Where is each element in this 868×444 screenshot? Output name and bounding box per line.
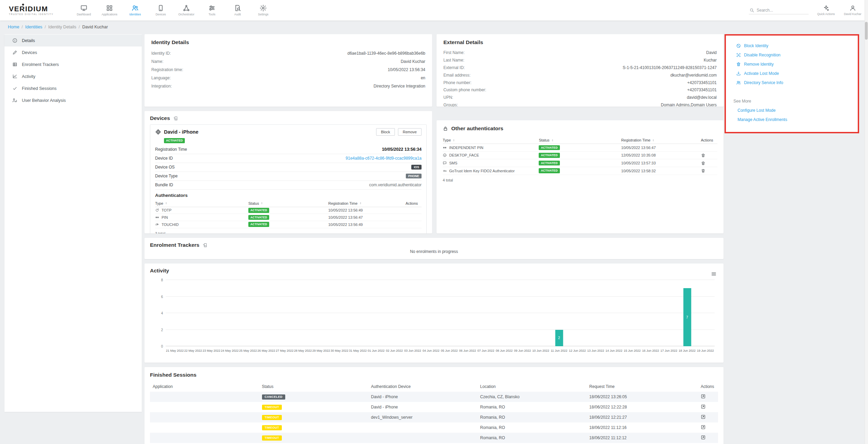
authenticator-status-badge: ACTIVATED (248, 222, 269, 227)
device-fields: Registration Time10/05/2022 13:56:34Devi… (155, 145, 422, 190)
scrollbar-thumb[interactable] (865, 22, 868, 40)
action-block-identity[interactable]: Block Identity (733, 41, 858, 50)
breadcrumb-separator: / (79, 25, 80, 29)
external-detail-row: Phone number:+420733451101 (443, 79, 717, 86)
session-details-button[interactable] (701, 425, 706, 430)
remove-device-button[interactable]: Remove (398, 128, 422, 136)
sidebar-item-finished-sessions[interactable]: Finished Sessions (4, 82, 142, 94)
action-label: Disable Recognition (744, 53, 781, 57)
device-authenticator-row: TOTPACTIVATED10/05/2022 13:56:49 (155, 207, 422, 214)
expand-devices-icon[interactable] (173, 116, 178, 121)
identity-detail-row: Registration time:10/05/2022 13:56:34 (151, 66, 425, 74)
veridium-device-icon (155, 129, 161, 135)
breadcrumb-separator: / (22, 25, 23, 29)
x-tick-label: 07 Jun 2022 (477, 349, 495, 352)
nav-item-applications[interactable]: Applications (97, 0, 122, 21)
device-field-label: Registration Time (155, 147, 187, 152)
sidebar-item-details[interactable]: Details (4, 35, 142, 46)
session-details-button[interactable] (701, 404, 706, 409)
identity-details-title: Identity Details (151, 39, 425, 45)
sidebar-item-enrolment-trackers[interactable]: Enrolment Trackers (4, 58, 142, 70)
action-remove-identity[interactable]: Remove Identity (733, 59, 858, 69)
x-tick-label: 11 Jun 2022 (550, 349, 568, 352)
external-detail-value: Kuchar (704, 58, 717, 63)
chart-bar-18-jun-2022[interactable]: 7 (683, 288, 691, 346)
sidebar-item-user-behavior-analysis[interactable]: User Behavior Analysis (4, 94, 142, 106)
sidebar-item-label: Activity (22, 74, 36, 79)
identity-actions-panel: Block IdentityDisable RecognitionRemove … (725, 34, 859, 133)
block-device-button[interactable]: Block (376, 128, 395, 136)
nav-item-dashboard[interactable]: Dashboard (71, 0, 97, 21)
nav-item-settings[interactable]: Settings (250, 0, 276, 21)
scrollbar-track (865, 0, 868, 444)
chart-bar-slot (440, 280, 458, 346)
session-details-button[interactable] (701, 394, 706, 399)
nav-item-orchestrator[interactable]: Orchestrator (174, 0, 199, 21)
sidebar-item-activity[interactable]: Activity (4, 70, 142, 82)
expand-enrolment-icon[interactable] (203, 243, 207, 247)
user-menu[interactable]: David Kuchar (843, 5, 862, 16)
delete-authenticator-button[interactable] (701, 153, 717, 158)
identity-detail-value: 10/05/2022 13:56:34 (388, 67, 425, 72)
delete-authenticator-button[interactable] (701, 169, 717, 173)
delete-authenticator-button[interactable] (701, 161, 717, 165)
sidebar: DetailsDevicesEnrolment TrackersActivity… (4, 34, 142, 412)
nav-item-label: Devices (155, 13, 166, 16)
action-manage-active-enrollments[interactable]: Manage Active Enrollments (733, 117, 858, 122)
search-icon (749, 8, 754, 13)
x-tick-label: 19 Jun 2022 (696, 349, 715, 352)
chart-bar-slot (367, 280, 385, 346)
sessions-header-actions: Actions (701, 384, 715, 389)
authenticator-status-badge: ACTIVATED (248, 208, 269, 213)
orchestrator-icon (183, 4, 190, 12)
action-label: Remove Identity (744, 62, 774, 67)
nav-item-audit[interactable]: Audit (225, 0, 250, 21)
session-details-button[interactable] (701, 435, 706, 440)
info-icon (12, 38, 17, 43)
quick-actions-button[interactable]: Quick Actions (817, 5, 835, 16)
other-authenticator-time: 10/05/2022 13:57:33 (621, 161, 701, 165)
session-time: 18/06/2022 12:22:28 (589, 405, 701, 409)
other-authenticator-header-status[interactable]: Status (539, 138, 621, 142)
action-disable-recognition[interactable]: Disable Recognition (733, 50, 858, 59)
device-authenticator-header-type[interactable]: Type (155, 201, 248, 205)
authenticator-status-badge: ACTIVATED (539, 161, 560, 166)
device-authenticator-header-registration-time[interactable]: Registration Time (328, 201, 405, 205)
device-authenticator-header-status[interactable]: Status (248, 201, 328, 205)
sort-icon (652, 139, 655, 142)
touchid-icon (155, 223, 159, 227)
x-tick-label: 27 May 2022 (275, 349, 294, 352)
chart-bar-11-jun-2022[interactable]: 2 (555, 330, 563, 347)
nav-item-tools[interactable]: Tools (199, 0, 225, 21)
person-chart-icon (12, 98, 17, 103)
nav-item-devices[interactable]: Devices (148, 0, 174, 21)
search-input[interactable] (757, 8, 808, 13)
action-configure-lost-mode[interactable]: Configure Lost Mode (733, 108, 858, 113)
external-detail-row: Groups:Domain Admins,Domain Users (443, 101, 717, 107)
device-id-link[interactable]: 91e4a88a-c672-4c86-9fd9-ccac9899ca1a (346, 156, 422, 161)
nav-item-identities[interactable]: Identities (122, 0, 148, 21)
totp-icon (155, 208, 159, 212)
action-activate-lost-mode[interactable]: Activate Lost Mode (733, 69, 858, 78)
check-icon (12, 86, 17, 91)
x-tick-label: 06 Jun 2022 (458, 349, 477, 352)
identity-details-rows: Identity ID:d6ae1ba8-1139-46ec-8e96-b896… (151, 49, 425, 91)
external-detail-label: First Name: (443, 50, 465, 55)
other-authenticator-header-type[interactable]: Type (443, 138, 539, 142)
sms-icon (443, 161, 447, 165)
session-details-button[interactable] (701, 414, 706, 419)
action-directory-service-info[interactable]: Directory Service Info (733, 78, 858, 87)
dashboard-icon (80, 4, 87, 12)
identity-detail-value: d6ae1ba8-1139-46ec-8e96-b896bab36e6b (347, 51, 425, 56)
other-authenticator-header-registration-time[interactable]: Registration Time (621, 138, 701, 142)
external-detail-row: Last Name:Kuchar (443, 57, 717, 64)
breadcrumb-item-identities[interactable]: Identities (25, 25, 42, 29)
breadcrumb-item-home[interactable]: Home (8, 25, 19, 29)
chart-menu-button[interactable] (711, 271, 717, 277)
external-detail-value: Domain Admins,Domain Users (661, 103, 717, 107)
other-authenticator-time: 12/05/2022 10:35:08 (621, 153, 701, 157)
veridium-logo[interactable]: VERIDIUM TRUSTED DIGITAL IDENTITY (9, 5, 60, 15)
sidebar-item-devices[interactable]: Devices (4, 46, 142, 58)
y-tick-label: 8 (161, 278, 163, 282)
sort-icon (260, 202, 263, 205)
